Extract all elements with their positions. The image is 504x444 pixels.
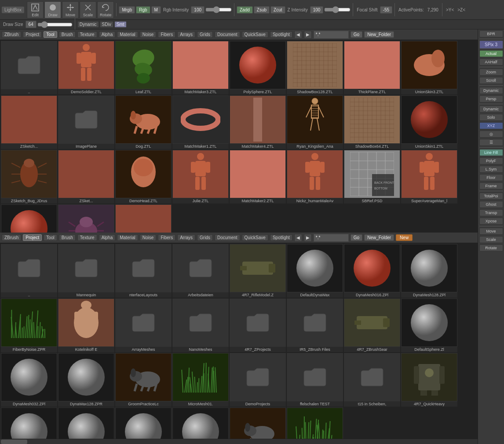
focal-shift-value[interactable]: -55 — [380, 6, 392, 14]
scale-right-button[interactable]: Scale — [479, 236, 503, 243]
move-button[interactable]: Move — [62, 1, 79, 18]
rotate-right-button[interactable]: Rotate — [479, 244, 503, 251]
zsub-button[interactable]: Zsub — [254, 6, 270, 14]
list-item[interactable]: 4R7_RifleModel.Z — [230, 244, 286, 298]
xyz-button[interactable]: XYZ — [479, 122, 503, 129]
icon2-button[interactable]: ☰ — [479, 139, 503, 146]
draw-button[interactable]: Draw — [44, 1, 61, 18]
zadd-button[interactable]: Zadd — [237, 6, 253, 14]
list-item[interactable]: DefaultSphere.Zl — [401, 298, 457, 352]
persp-button[interactable]: Persp — [479, 95, 503, 102]
lsym-button[interactable]: L.Sym — [479, 166, 503, 173]
list-item[interactable]: SuperAverageMan_l — [401, 150, 457, 204]
nav-right-top[interactable]: ▶ — [304, 31, 312, 39]
list-item[interactable]: ZSketch_Bug_JDrus — [1, 150, 57, 204]
list-item[interactable]: 4R7_QuickHeavy — [401, 353, 457, 407]
list-item[interactable]: ZSketch... — [1, 95, 57, 149]
scale-button[interactable]: Scale — [80, 1, 96, 18]
nav-arrays-bot[interactable]: Arrays — [177, 234, 195, 241]
mrgb-button[interactable]: Mrgb — [119, 6, 135, 14]
search-bot[interactable] — [314, 234, 349, 242]
list-item[interactable]: BACK FRONT BOTTOM SBRef.PSD — [344, 150, 400, 204]
zcut-button[interactable]: Zcut — [270, 6, 285, 14]
list-item[interactable]: Leaf.ZTL — [115, 41, 172, 95]
nav-zbrush-top[interactable]: ZBrush — [2, 31, 21, 38]
list-item[interactable]: NanoMeshes — [172, 298, 229, 352]
list-item[interactable]: PolySphere.ZTL — [230, 41, 286, 95]
nav-tool-top[interactable]: Tool — [44, 31, 57, 38]
list-item[interactable]: Kotelnikoff E — [58, 298, 114, 352]
nav-spotlight-top[interactable]: Spotlight — [270, 31, 292, 38]
list-item[interactable]: Dog.ZTL — [115, 95, 172, 149]
list-item[interactable]: DefaultDynaWax — [287, 244, 343, 298]
floor-button[interactable]: Floor — [479, 174, 503, 181]
rgb-intensity-value[interactable]: 100 — [191, 6, 205, 14]
nav-quicksave-top[interactable]: QuickSave — [242, 31, 268, 38]
list-item[interactable]: DefaultCube.ZPR — [1, 408, 57, 439]
list-item[interactable]: DemoSoldier.ZTL — [58, 41, 114, 95]
dynamic-button[interactable]: Dynamic — [479, 87, 503, 94]
list-item[interactable]: GroomPracticeSh — [230, 408, 286, 439]
sdiv-btn[interactable]: SDiv — [100, 21, 113, 28]
list-item[interactable]: MatchMaker4.ZTL — [230, 95, 286, 149]
list-item[interactable]: MatchMaker3.ZTL — [172, 41, 229, 95]
icon1-button[interactable]: ◎ — [479, 131, 503, 138]
list-item[interactable]: DynaMesh128.ZPl — [401, 244, 457, 298]
list-item[interactable]: DemoHead.ZTL — [115, 150, 172, 204]
nav-texture-top[interactable]: Texture — [77, 31, 97, 38]
spix-button[interactable]: SPix 3 — [479, 40, 503, 49]
nav-spotlight-bot[interactable]: Spotlight — [270, 234, 292, 241]
nav-fibers-top[interactable]: Fibers — [158, 31, 175, 38]
list-item[interactable]: nterfaceLayouts — [115, 244, 172, 298]
new-button[interactable]: New — [396, 234, 413, 241]
nav-fibers-bot[interactable]: Fibers — [158, 234, 175, 241]
dynamic2-button[interactable]: Dynamic — [479, 106, 503, 113]
totalpoi-button[interactable]: TotalPoi — [479, 193, 503, 200]
list-item[interactable]: 4R7_ZProjects — [230, 298, 286, 352]
move-icon-button[interactable]: Move — [479, 228, 503, 235]
smt-btn[interactable]: Smt — [114, 21, 127, 28]
nav-grids-bot[interactable]: Grids — [197, 234, 213, 241]
nav-alpha-bot[interactable]: Alpha — [99, 234, 116, 241]
list-item[interactable]: IR5_ZBrush Files — [287, 298, 343, 352]
scroll-button[interactable]: Scroll — [479, 77, 503, 84]
nav-material-bot[interactable]: Material — [117, 234, 138, 241]
draw-size-slider[interactable] — [37, 22, 73, 28]
nav-quicksave-bot[interactable]: QuickSave — [242, 234, 268, 241]
dynamic-btn[interactable]: Dynamic — [77, 21, 99, 28]
go-top[interactable]: Go — [351, 31, 362, 38]
rotate-button[interactable]: Rotate — [97, 1, 114, 18]
draw-size-value[interactable]: 64 — [26, 21, 37, 28]
list-item[interactable]: Arbeitsdateien — [172, 244, 229, 298]
z-intensity-slider[interactable] — [324, 7, 351, 13]
rgb-intensity-slider[interactable] — [205, 7, 232, 13]
list-item[interactable]: ShadowBox128.ZTL — [287, 41, 343, 95]
solo-button[interactable]: Solo — [479, 114, 503, 121]
z-intensity-value[interactable]: 100 — [310, 6, 324, 14]
list-item[interactable]: GroomPracticeLc — [115, 353, 172, 407]
nav-document-top[interactable]: Document — [215, 31, 240, 38]
m-button[interactable]: M — [151, 6, 161, 14]
zoom-button[interactable]: Zoom — [479, 69, 503, 76]
list-item[interactable]: DynaMesh064.ZPl — [115, 408, 172, 439]
bottom-scrollbar[interactable] — [0, 439, 478, 444]
frame-button[interactable]: Frame — [479, 182, 503, 189]
go-bot[interactable]: Go — [351, 234, 362, 241]
nav-project-bot[interactable]: Project — [23, 234, 42, 241]
actual-button[interactable]: Actual — [479, 50, 503, 57]
list-item[interactable]: ZSketch_Critter.ZTL — [58, 204, 114, 233]
nav-zbrush-bot[interactable]: ZBrush — [2, 234, 21, 241]
list-item[interactable]: 4R7_ZBrushSear — [344, 298, 400, 352]
nav-texture-bot[interactable]: Texture — [77, 234, 97, 241]
nav-noise-bot[interactable]: Noise — [140, 234, 157, 241]
list-item[interactable]: Ryan_Kingslien_Ana — [287, 95, 343, 149]
search-top[interactable] — [314, 31, 349, 39]
rgb-button[interactable]: Rgb — [136, 6, 150, 14]
list-item[interactable]: DynaWax128.ZPR — [58, 353, 114, 407]
list-item[interactable]: UnionSkin1.ZTL — [401, 95, 457, 149]
nav-brush-top[interactable]: Brush — [59, 31, 76, 38]
list-item[interactable]: .. — [1, 41, 57, 95]
nav-left-bot[interactable]: ◀ — [294, 234, 302, 242]
scroll-thumb[interactable] — [1, 440, 27, 444]
list-item[interactable]: DefaultWaxSphe — [58, 408, 114, 439]
